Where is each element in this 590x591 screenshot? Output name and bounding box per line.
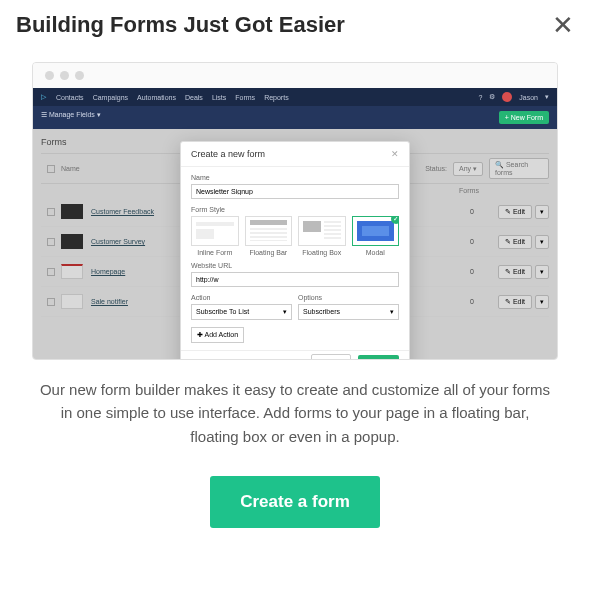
avatar[interactable] <box>502 92 512 102</box>
new-form-button[interactable]: + New Form <box>499 111 549 124</box>
help-icon[interactable]: ? <box>478 94 482 101</box>
options-label: Options <box>298 294 399 301</box>
style-inline[interactable]: Inline Form <box>191 216 239 256</box>
add-action-button[interactable]: ✚ Add Action <box>191 327 244 343</box>
user-name[interactable]: Jason <box>519 94 538 101</box>
name-input[interactable] <box>191 184 399 199</box>
url-label: Website URL <box>191 262 399 269</box>
action-label: Action <box>191 294 292 301</box>
chevron-down-icon[interactable]: ▾ <box>545 93 549 101</box>
manage-fields-button[interactable]: ☰ Manage Fields ▾ <box>41 111 101 124</box>
modal-close-icon[interactable]: ✕ <box>391 149 399 159</box>
announcement-description: Our new form builder makes it easy to cr… <box>16 360 574 448</box>
style-floating-bar[interactable]: Floating Bar <box>245 216 293 256</box>
options-select[interactable]: Subscribers▾ <box>298 304 399 320</box>
nav-contacts[interactable]: Contacts <box>56 94 84 101</box>
nav-deals[interactable]: Deals <box>185 94 203 101</box>
screenshot-preview: ▷ Contacts Campaigns Automations Deals L… <box>32 62 558 360</box>
app-topbar: ▷ Contacts Campaigns Automations Deals L… <box>33 88 557 106</box>
app-subbar: ☰ Manage Fields ▾ + New Form <box>33 106 557 129</box>
style-label: Form Style <box>191 206 399 213</box>
nav-campaigns[interactable]: Campaigns <box>93 94 128 101</box>
action-select[interactable]: Subscribe To List▾ <box>191 304 292 320</box>
chevron-down-icon: ▾ <box>390 308 394 316</box>
modal-title: Create a new form <box>191 149 265 159</box>
gear-icon[interactable]: ⚙ <box>489 93 495 101</box>
app-logo-icon: ▷ <box>41 93 46 101</box>
close-icon[interactable]: ✕ <box>552 12 574 38</box>
chevron-down-icon: ▾ <box>283 308 287 316</box>
url-input[interactable] <box>191 272 399 287</box>
nav-automations[interactable]: Automations <box>137 94 176 101</box>
announcement-title: Building Forms Just Got Easier <box>16 12 345 38</box>
nav-reports[interactable]: Reports <box>264 94 289 101</box>
create-form-modal: Create a new form ✕ Name Form Style Inli… <box>180 141 410 360</box>
style-modal[interactable]: ✓Modal <box>352 216 400 256</box>
nav-lists[interactable]: Lists <box>212 94 226 101</box>
window-traffic-lights <box>33 63 557 88</box>
name-label: Name <box>191 174 399 181</box>
check-icon: ✓ <box>391 216 399 224</box>
nav-forms[interactable]: Forms <box>235 94 255 101</box>
style-floating-box[interactable]: Floating Box <box>298 216 346 256</box>
create-a-form-button[interactable]: Create a form <box>210 476 380 528</box>
